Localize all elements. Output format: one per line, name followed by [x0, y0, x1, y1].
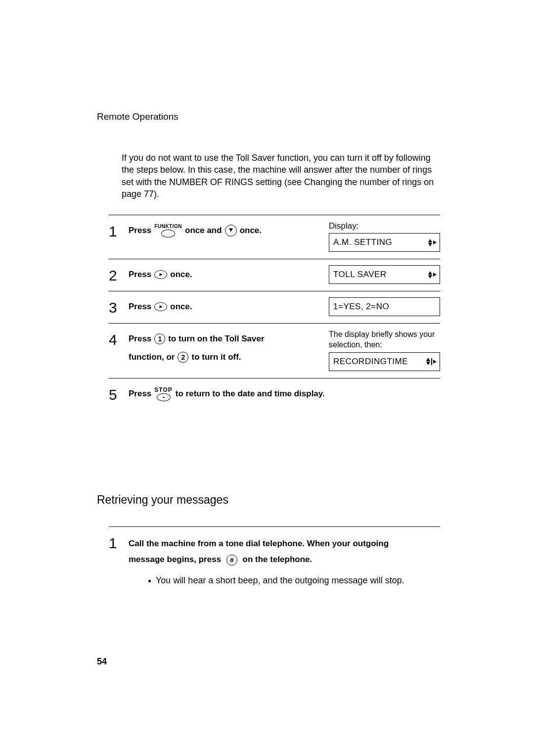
step-number: 5: [109, 384, 121, 402]
step-instruction: Press 1 to turn on the Toll Saver functi…: [129, 330, 297, 365]
text: Press: [129, 331, 151, 347]
up-down-right-icon: [428, 271, 437, 279]
stop-label: STOP: [154, 387, 172, 393]
hash-key-icon: #: [226, 555, 237, 566]
retrieve-messages-section: 1 Call the machine from a tone dial tele…: [109, 526, 440, 586]
step-row: 5 Press STOP to return to the date and t…: [109, 378, 440, 409]
stop-key-icon: STOP: [154, 387, 172, 401]
text: Call the machine from a tone dial teleph…: [129, 539, 389, 548]
text: function, or: [129, 350, 175, 365]
display-text: 1=YES, 2=NO: [333, 302, 389, 312]
step-number: 2: [109, 265, 121, 283]
nav-down-icon: [225, 225, 237, 236]
text: once.: [240, 223, 262, 238]
step-row: 4 Press 1 to turn on the Toll Saver func…: [109, 324, 440, 378]
step-instruction: Press once.: [129, 265, 192, 283]
text: Press: [129, 223, 151, 238]
step-instruction: Press once.: [129, 297, 192, 315]
step-row: 2 Press once. TOLL SAVER: [109, 259, 440, 291]
bullet-text: You will hear a short beep, and the outg…: [156, 575, 404, 586]
up-down-bar-right-icon: [426, 358, 437, 365]
display-text: A.M. SETTING: [333, 237, 392, 247]
up-down-right-icon: [428, 239, 437, 246]
display-note: The display briefly shows your selection…: [329, 330, 440, 350]
step-number: 1: [109, 536, 121, 551]
step-row: 1 Press FUNKTION once and once. Display:…: [109, 215, 440, 259]
funktion-label: FUNKTION: [154, 224, 182, 229]
key-2-icon: 2: [178, 352, 188, 363]
lcd-display: TOLL SAVER: [329, 265, 440, 284]
running-head: Remote Operations: [97, 111, 440, 122]
text: Press: [129, 267, 151, 283]
step-number: 4: [109, 330, 121, 347]
manual-page: Remote Operations If you do not want to …: [0, 0, 534, 756]
step-instruction: Call the machine from a tone dial teleph…: [129, 536, 404, 568]
step-instruction: Press FUNKTION once and once.: [129, 221, 262, 238]
text: to turn it off.: [191, 350, 241, 365]
nav-right-icon: [154, 302, 167, 311]
step-number: 3: [109, 297, 121, 315]
text: on the telephone.: [243, 555, 312, 564]
display-text: RECORDINGTIME: [333, 357, 408, 367]
toll-saver-steps: 1 Press FUNKTION once and once. Display:…: [109, 215, 440, 409]
oval-dot-key-icon: [157, 393, 171, 401]
text: to turn on the Toll Saver: [168, 331, 264, 347]
text: message begins, press: [129, 555, 221, 564]
bullet-item: You will hear a short beep, and the outg…: [148, 575, 404, 586]
text: once and: [185, 223, 222, 238]
text: Press: [129, 386, 151, 402]
lcd-display: 1=YES, 2=NO: [329, 297, 440, 316]
page-number: 54: [97, 657, 107, 667]
bullet-icon: [148, 580, 151, 582]
text: to return to the date and time display.: [176, 386, 325, 402]
text: once.: [170, 299, 192, 315]
key-1-icon: 1: [154, 333, 165, 344]
funktion-key-icon: FUNKTION: [154, 224, 182, 237]
display-label: Display:: [329, 221, 440, 231]
lcd-display: A.M. SETTING: [329, 233, 440, 252]
section-heading: Retrieving your messages: [97, 493, 440, 507]
intro-paragraph: If you do not want to use the Toll Saver…: [122, 152, 438, 200]
display-text: TOLL SAVER: [333, 270, 387, 280]
text: Press: [129, 299, 151, 315]
text: once.: [170, 267, 192, 283]
lcd-display: RECORDINGTIME: [329, 352, 440, 371]
oval-key-icon: [161, 230, 175, 237]
nav-right-icon: [154, 270, 167, 279]
step-number: 1: [109, 221, 121, 239]
step-row: 3 Press once. 1=YES, 2=NO: [109, 291, 440, 324]
step-instruction: Press STOP to return to the date and tim…: [129, 384, 325, 402]
